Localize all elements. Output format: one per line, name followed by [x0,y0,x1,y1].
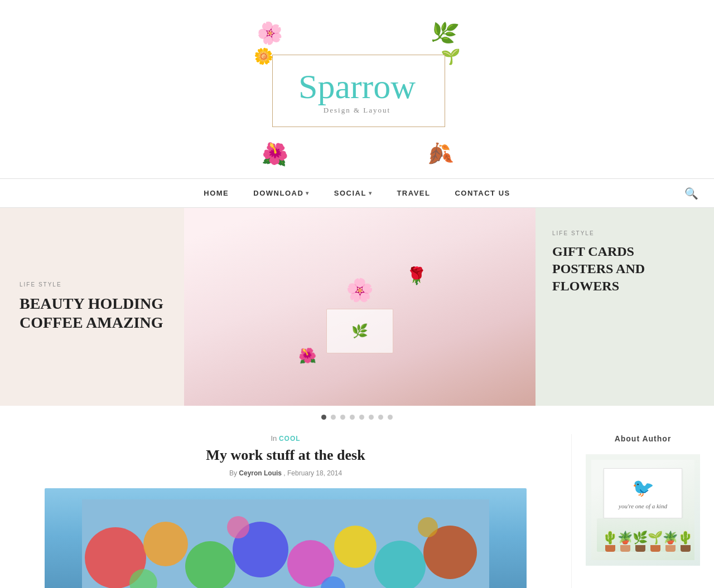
plant-item: 🌵 [678,532,693,552]
plant-pot [665,545,676,552]
site-title: Sparrow [298,69,416,104]
card-text: you're one of a kind [619,503,667,509]
post-column: In COOL My work stuff at the desk By Cey… [0,434,572,588]
post-date: February 18, 2014 [287,469,342,477]
plant-pot [605,545,615,552]
plant-item: 🌱 [648,532,663,552]
sidebar-about-author-title: About Author [586,434,700,443]
slide-left-category: LIFE STYLE [20,281,165,288]
slide-left-title: BEAUTY HOLDING COFFEE AMAZING [20,294,165,332]
slider-dot-4[interactable] [350,415,355,420]
slider-dots [0,406,714,429]
nav-item-social-label: SOCIAL [334,189,366,197]
svg-point-2 [143,522,188,566]
slide-right-panel: LIFE STYLE GIFT CARDS POSTERS AND FLOWER… [536,208,714,406]
svg-point-12 [418,517,438,537]
post-in-text: In [271,434,277,443]
post-author[interactable]: Ceyron Louis [239,469,282,477]
svg-point-10 [227,516,249,538]
nav-item-travel[interactable]: TRAVEL [384,179,442,207]
plant-icon: 🌱 [648,532,663,544]
floral-bl-icon: 🌺 [260,141,290,167]
main-content: In COOL My work stuff at the desk By Cey… [0,434,714,588]
nav-item-home[interactable]: HOME [191,179,241,207]
slider-dot-1[interactable] [321,415,326,420]
plant-icon: 🪴 [617,532,633,544]
slider-dot-2[interactable] [331,415,336,420]
chevron-down-icon: ▾ [306,190,310,196]
post-image [45,488,527,588]
nav-item-home-label: HOME [204,189,229,197]
floral-br-icon: 🍂 [423,140,454,168]
sidebar-author-image: 🐦 you're one of a kind 🌵 🪴 🌿 [586,454,700,566]
site-subtitle: Design & Layout [298,106,416,115]
slide-left-panel: LIFE STYLE BEAUTY HOLDING COFFEE AMAZING [0,208,184,406]
logo-container[interactable]: 🌸 🌿 🌺 🍂 🌼 🌱 Sparrow Design & Layout [251,17,463,167]
slider-dot-6[interactable] [369,415,374,420]
plant-icon: 🪴 [663,532,678,544]
slide-right-title: GIFT CARDS POSTERS AND FLOWERS [552,243,697,295]
floral-tr-icon: 🌿 [429,20,460,47]
plant-pot [681,545,691,552]
slide-right-category: LIFE STYLE [552,230,697,236]
plant-pot [650,545,660,552]
slider-dot-8[interactable] [388,415,393,420]
post-title[interactable]: My work stuff at the desk [45,447,527,464]
nav-links: HOME DOWNLOAD ▾ SOCIAL ▾ TRAVEL CONTACT … [191,179,522,207]
slide-center-image: 🌸 🌿 🌹 🌺 [184,208,536,406]
svg-point-6 [334,526,377,568]
plant-item: 🪴 [663,532,678,552]
nav-item-download[interactable]: DOWNLOAD ▾ [241,179,322,207]
plant-pot [635,545,645,552]
post-category-label[interactable]: COOL [279,435,301,443]
plant-item: 🌿 [633,532,648,552]
sidebar-plants: 🌵 🪴 🌿 🌱 [597,518,689,552]
plant-item: 🌵 [602,532,617,552]
sidebar: About Author 🐦 you're one of a kind 🌵 🪴 [572,434,714,588]
plant-pot [620,545,630,552]
logo-text: Sparrow Design & Layout [298,69,416,115]
nav-bar: HOME DOWNLOAD ▾ SOCIAL ▾ TRAVEL CONTACT … [0,178,714,208]
slider-dot-3[interactable] [340,415,345,420]
bird-icon: 🐦 [632,477,654,498]
plant-item: 🪴 [617,532,633,552]
plant-icon: 🌿 [633,532,648,544]
chevron-down-icon: ▾ [369,190,373,196]
circles-artwork [45,488,527,588]
floral-tl-icon: 🌸 [254,18,286,47]
slider-dot-7[interactable] [378,415,383,420]
post-meta: By Ceyron Louis , February 18, 2014 [45,469,527,477]
nav-item-travel-label: TRAVEL [397,189,430,197]
floral-ml-icon: 🌼 [253,47,274,67]
nav-item-contact-label: CONTACT US [455,189,510,197]
search-button[interactable]: 🔍 [680,182,703,205]
header: 🌸 🌿 🌺 🍂 🌼 🌱 Sparrow Design & Layout [0,0,714,178]
slide-center-panel: 🌸 🌿 🌹 🌺 [184,208,536,406]
post-by-label: By [229,469,237,477]
plant-icon: 🌵 [602,532,617,544]
plant-icon: 🌵 [678,532,693,544]
nav-item-social[interactable]: SOCIAL ▾ [322,179,385,207]
nav-item-contact[interactable]: CONTACT US [442,179,522,207]
slider-dot-5[interactable] [359,415,364,420]
hero-slider: LIFE STYLE BEAUTY HOLDING COFFEE AMAZING… [0,208,714,406]
nav-item-download-label: DOWNLOAD [253,189,303,197]
post-in-label: In COOL [45,434,527,443]
search-icon: 🔍 [684,187,698,200]
